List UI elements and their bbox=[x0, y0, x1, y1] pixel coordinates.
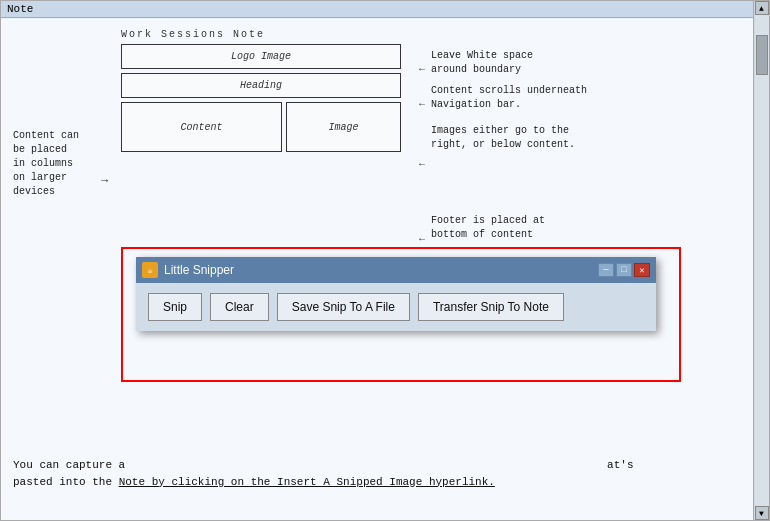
wireframe-content-row: Content Image bbox=[121, 102, 401, 152]
scrollbar-track[interactable] bbox=[755, 15, 769, 506]
wireframe-content: Content bbox=[121, 102, 282, 152]
arrow-right-mid: ← bbox=[419, 99, 425, 110]
content-area: Work Sessions Note Logo Image Heading Co… bbox=[1, 19, 753, 520]
annotation-left: Content canbe placedin columnson largerd… bbox=[13, 129, 103, 199]
clear-button[interactable]: Clear bbox=[210, 293, 269, 321]
dialog-app-icon: ☕ bbox=[142, 262, 158, 278]
scrollbar-thumb[interactable] bbox=[756, 35, 768, 75]
dialog-title: Little Snipper bbox=[164, 263, 234, 277]
scrollbar[interactable]: ▲ ▼ bbox=[753, 1, 769, 520]
note-panel: Note ▲ ▼ Work Sessions Note Logo Image H… bbox=[0, 0, 770, 521]
arrow-right-top: ← bbox=[419, 64, 425, 75]
dialog-titlebar: ☕ Little Snipper — □ ✕ bbox=[136, 257, 656, 283]
bottom-text-line2: pasted into the Note by clicking on the … bbox=[13, 476, 495, 488]
arrow-right-footer: ← bbox=[419, 234, 425, 245]
wireframe-heading: Heading bbox=[121, 73, 401, 98]
hyperlink-text[interactable]: Note by clicking on the Insert A Snipped… bbox=[119, 476, 495, 488]
dialog-maximize-button[interactable]: □ bbox=[616, 263, 632, 277]
annotation-right-footer: Footer is placed atbottom of content bbox=[431, 214, 631, 242]
dialog-body: Snip Clear Save Snip To A File Transfer … bbox=[136, 283, 656, 331]
dialog-close-button[interactable]: ✕ bbox=[634, 263, 650, 277]
bottom-text: You can capture a at's pasted into the N… bbox=[13, 457, 725, 490]
bottom-text-line1: You can capture a at's bbox=[13, 459, 634, 471]
note-title: Note bbox=[1, 1, 769, 18]
annotation-right-img: Images either go to theright, or below c… bbox=[431, 124, 631, 152]
annotation-right-top: Leave White spacearound boundary bbox=[431, 49, 631, 77]
save-snip-button[interactable]: Save Snip To A File bbox=[277, 293, 410, 321]
arrow-right-img: ← bbox=[419, 159, 425, 170]
window-title-label: Note bbox=[7, 3, 33, 15]
wireframe-logo: Logo Image bbox=[121, 44, 401, 69]
dialog-titlebar-left: ☕ Little Snipper bbox=[142, 262, 234, 278]
dialog-window-controls: — □ ✕ bbox=[598, 263, 650, 277]
annotation-right-mid: Content scrolls underneathNavigation bar… bbox=[431, 84, 631, 112]
wireframe-title: Work Sessions Note bbox=[121, 29, 401, 40]
dialog-minimize-button[interactable]: — bbox=[598, 263, 614, 277]
transfer-snip-button[interactable]: Transfer Snip To Note bbox=[418, 293, 564, 321]
snip-button[interactable]: Snip bbox=[148, 293, 202, 321]
scroll-up-button[interactable]: ▲ bbox=[755, 1, 769, 15]
wireframe-image: Image bbox=[286, 102, 401, 152]
scroll-down-button[interactable]: ▼ bbox=[755, 506, 769, 520]
arrow-left: → bbox=[101, 174, 108, 188]
wireframe-sketch: Work Sessions Note Logo Image Heading Co… bbox=[121, 29, 401, 152]
little-snipper-dialog: ☕ Little Snipper — □ ✕ Snip Clear Save S… bbox=[136, 257, 656, 331]
